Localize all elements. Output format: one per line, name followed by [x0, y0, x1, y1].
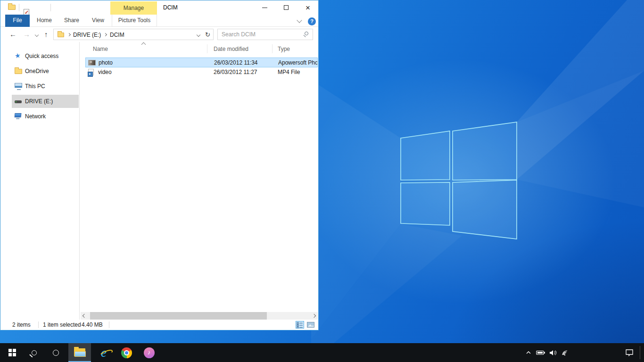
file-row-photo[interactable]: photo 26/03/2012 11:34 Apowersoft Pho [85, 58, 318, 67]
column-divider[interactable] [207, 44, 207, 53]
details-view-button[interactable] [296, 321, 304, 329]
horizontal-scrollbar[interactable] [81, 312, 318, 320]
up-button[interactable]: ↑ [44, 30, 48, 38]
itunes-button[interactable]: ♪ [138, 343, 160, 362]
breadcrumb-chevron-icon[interactable] [67, 33, 71, 36]
large-icons-view-button[interactable] [306, 321, 315, 329]
file-date: 26/03/2012 11:34 [214, 58, 258, 67]
qat-separator [19, 4, 19, 11]
minimize-icon [262, 8, 267, 8]
chrome-button[interactable] [115, 343, 138, 362]
taskbar-file-explorer-button[interactable] [68, 343, 91, 362]
location-folder-icon [58, 33, 64, 37]
sort-ascending-icon [141, 42, 146, 47]
manage-contextual-header[interactable]: Manage [110, 1, 157, 15]
explorer-icon [8, 5, 16, 10]
cortana-icon [53, 350, 59, 356]
show-hidden-icons-button[interactable] [522, 343, 535, 362]
sidebar-item-onedrive[interactable]: OneDrive [12, 65, 79, 78]
internet-explorer-button[interactable]: e [92, 343, 115, 362]
tab-view[interactable]: View [86, 15, 110, 27]
main-area: ★ Quick access OneDrive This PC DRIVE (E… [0, 42, 318, 320]
action-center-button[interactable] [621, 343, 637, 362]
wifi-button[interactable] [559, 343, 571, 362]
tab-file[interactable]: File [5, 15, 30, 27]
status-separator-2 [109, 321, 109, 328]
volume-button[interactable] [547, 343, 559, 362]
tab-home[interactable]: Home [32, 15, 57, 27]
show-desktop-separator[interactable] [640, 346, 640, 359]
file-explorer-window: ✓ Manage DCIM × File Home Share View Pic… [0, 0, 319, 330]
forward-button[interactable]: → [23, 30, 30, 38]
search-input[interactable] [219, 30, 299, 39]
sidebar-label: Quick access [25, 53, 58, 59]
file-row-video[interactable]: video 26/03/2012 11:27 MP4 File [85, 67, 318, 77]
details-view-icon [297, 322, 303, 328]
navigation-pane: ★ Quick access OneDrive This PC DRIVE (E… [0, 42, 80, 320]
tab-picture-tools[interactable]: Picture Tools [112, 15, 157, 27]
window-title: DCIM [163, 4, 178, 11]
sidebar-label: Network [25, 113, 46, 120]
wifi-icon [561, 350, 569, 356]
volume-icon [549, 350, 557, 356]
network-icon [15, 113, 22, 117]
titlebar: ✓ Manage DCIM × [0, 0, 318, 15]
minimize-button[interactable] [254, 0, 275, 15]
file-explorer-icon [74, 348, 85, 356]
address-dropdown-icon[interactable] [197, 33, 200, 37]
sidebar-item-network[interactable]: Network [12, 110, 79, 123]
battery-status-button[interactable] [535, 343, 547, 362]
status-separator [38, 321, 39, 328]
column-header-type[interactable]: Type [278, 46, 290, 52]
chevron-up-icon [526, 350, 531, 355]
breadcrumb-drive[interactable]: DRIVE (E:) [73, 32, 101, 38]
action-center-icon [625, 349, 634, 356]
file-date: 26/03/2012 11:27 [214, 67, 257, 77]
scroll-right-icon[interactable] [312, 314, 316, 318]
start-button[interactable] [3, 343, 22, 362]
navigation-toolbar: ← → ↑ DRIVE (E:) DCIM ↻ [0, 27, 318, 42]
taskbar-search-button[interactable] [25, 343, 43, 362]
recent-locations-button[interactable] [35, 33, 39, 37]
ribbon-tabs: File Home Share View Picture Tools ? [0, 15, 318, 27]
sidebar-item-quick-access[interactable]: ★ Quick access [12, 49, 79, 63]
tab-share[interactable]: Share [59, 15, 84, 27]
chrome-icon [121, 347, 132, 358]
status-bar: 2 items 1 item selected 4.40 MB [0, 320, 318, 330]
column-header-date[interactable]: Date modified [214, 46, 248, 52]
scrollbar-thumb[interactable] [90, 312, 267, 320]
search-box[interactable] [217, 29, 313, 40]
cortana-button[interactable] [46, 343, 65, 362]
close-button[interactable]: × [297, 0, 319, 15]
breadcrumb-dcim[interactable]: DCIM [110, 32, 124, 38]
address-bar[interactable]: DRIVE (E:) DCIM ↻ [53, 29, 214, 40]
search-icon[interactable] [305, 32, 308, 35]
ie-ring-icon [99, 348, 114, 358]
breadcrumb-chevron-icon-2[interactable] [104, 33, 107, 36]
search-icon [32, 350, 37, 355]
desktop: ✓ Manage DCIM × File Home Share View Pic… [0, 0, 644, 362]
sidebar-label: DRIVE (E:) [25, 98, 53, 105]
quick-access-star-icon: ★ [14, 52, 21, 59]
sidebar-item-drive-e[interactable]: DRIVE (E:) [12, 95, 79, 108]
scroll-left-icon[interactable] [83, 314, 86, 318]
file-name: photo [99, 58, 113, 67]
maximize-button[interactable] [275, 0, 297, 15]
back-button[interactable]: ← [9, 30, 17, 38]
file-name: video [98, 67, 112, 77]
refresh-icon[interactable]: ↻ [205, 31, 210, 38]
maximize-icon [284, 5, 289, 10]
mp4-file-icon [88, 69, 94, 75]
close-icon: × [305, 4, 310, 12]
selection-size: 4.40 MB [82, 321, 103, 328]
sidebar-label: This PC [25, 83, 45, 90]
items-count: 2 items [12, 321, 31, 328]
drive-icon [15, 100, 22, 103]
column-header-name[interactable]: Name [93, 46, 108, 52]
sidebar-item-this-pc[interactable]: This PC [12, 80, 79, 93]
minimize-ribbon-button[interactable] [297, 17, 302, 23]
help-button[interactable]: ? [308, 17, 316, 25]
large-icons-view-icon [307, 322, 314, 328]
column-divider-2[interactable] [272, 44, 272, 53]
onedrive-folder-icon [15, 69, 22, 74]
